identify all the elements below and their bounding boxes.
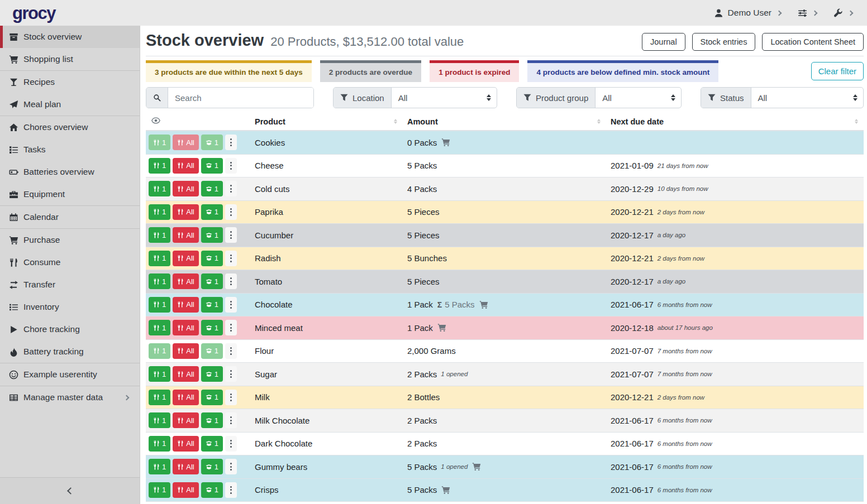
filter-chip-expired[interactable]: 1 product is expired (430, 60, 519, 82)
consume-all-button[interactable]: All (173, 436, 198, 452)
row-menu-button[interactable] (225, 181, 237, 196)
admin-menu[interactable] (833, 8, 852, 18)
consume-all-button[interactable]: All (173, 273, 198, 289)
open-one-button[interactable]: 1 (201, 158, 223, 174)
row-menu-button[interactable] (225, 436, 237, 452)
open-one-button[interactable]: 1 (201, 436, 223, 452)
row-menu-button[interactable] (225, 412, 237, 428)
search-input[interactable] (168, 88, 313, 108)
row-menu-button[interactable] (225, 297, 237, 313)
consume-one-button[interactable]: 1 (149, 343, 170, 359)
column-header-amount[interactable]: Amount (403, 113, 606, 130)
open-one-button[interactable]: 1 (201, 181, 223, 196)
sidebar-item-recipes[interactable]: Recipes (0, 71, 140, 93)
sidebar-item-battery-tracking[interactable]: Battery tracking (0, 340, 140, 363)
eye-column-header[interactable] (146, 116, 250, 127)
row-menu-button[interactable] (225, 227, 237, 243)
row-menu-button[interactable] (225, 459, 237, 474)
sidebar-item-example-userentity[interactable]: Example userentity (0, 363, 140, 386)
filter-chip-belowmin[interactable]: 4 products are below defined min. stock … (527, 60, 718, 82)
location-content-sheet-button[interactable]: Location Content Sheet (762, 33, 864, 51)
open-one-button[interactable]: 1 (201, 482, 223, 498)
user-menu[interactable]: Demo User (714, 8, 781, 18)
filter-chip-overdue[interactable]: 2 products are overdue (320, 60, 421, 82)
consume-all-button[interactable]: All (173, 320, 198, 335)
open-one-button[interactable]: 1 (201, 273, 223, 289)
consume-all-button[interactable]: All (173, 227, 198, 243)
consume-all-button[interactable]: All (173, 251, 198, 266)
consume-one-button[interactable]: 1 (149, 366, 170, 382)
location-select[interactable]: All (392, 88, 497, 108)
open-one-button[interactable]: 1 (201, 227, 223, 243)
row-menu-button[interactable] (225, 273, 237, 289)
open-one-button[interactable]: 1 (201, 459, 223, 474)
consume-one-button[interactable]: 1 (149, 390, 170, 405)
open-one-button[interactable]: 1 (201, 320, 223, 335)
open-one-button[interactable]: 1 (201, 204, 223, 220)
consume-one-button[interactable]: 1 (149, 297, 170, 313)
consume-all-button[interactable]: All (173, 297, 198, 313)
open-one-button[interactable]: 1 (201, 135, 223, 150)
consume-all-button[interactable]: All (173, 181, 198, 196)
consume-one-button[interactable]: 1 (149, 251, 170, 266)
filter-chip-due[interactable]: 3 products are due within the next 5 day… (146, 60, 312, 82)
row-menu-button[interactable] (225, 251, 237, 266)
sidebar-item-batteries-overview[interactable]: Batteries overview (0, 161, 140, 183)
row-menu-button[interactable] (225, 343, 237, 359)
open-one-button[interactable]: 1 (201, 366, 223, 382)
consume-all-button[interactable]: All (173, 204, 198, 220)
row-menu-button[interactable] (225, 390, 237, 405)
sidebar-collapse-button[interactable] (0, 477, 140, 504)
consume-all-button[interactable]: All (173, 459, 198, 474)
sidebar-item-transfer[interactable]: Transfer (0, 273, 140, 296)
sidebar-item-chore-tracking[interactable]: Chore tracking (0, 318, 140, 340)
row-menu-button[interactable] (225, 158, 237, 174)
settings-menu[interactable] (798, 8, 817, 18)
consume-one-button[interactable]: 1 (149, 204, 170, 220)
clear-filter-button[interactable]: Clear filter (811, 62, 864, 80)
sidebar-item-equipment[interactable]: Equipment (0, 183, 140, 205)
open-one-button[interactable]: 1 (201, 251, 223, 266)
consume-one-button[interactable]: 1 (149, 482, 170, 498)
consume-one-button[interactable]: 1 (149, 273, 170, 289)
status-select[interactable]: All (751, 88, 863, 108)
row-menu-button[interactable] (225, 135, 237, 150)
consume-one-button[interactable]: 1 (149, 459, 170, 474)
column-header-product[interactable]: Product (250, 113, 403, 130)
stock-entries-button[interactable]: Stock entries (692, 33, 756, 51)
sidebar-item-stock-overview[interactable]: Stock overview (0, 26, 140, 48)
row-menu-button[interactable] (225, 320, 237, 335)
consume-one-button[interactable]: 1 (149, 181, 170, 196)
consume-all-button[interactable]: All (173, 482, 198, 498)
sidebar-item-tasks[interactable]: Tasks (0, 138, 140, 161)
sidebar-item-inventory[interactable]: Inventory (0, 296, 140, 318)
sidebar-item-meal-plan[interactable]: Meal plan (0, 93, 140, 116)
journal-button[interactable]: Journal (642, 33, 685, 51)
open-one-button[interactable]: 1 (201, 297, 223, 313)
sidebar-item-calendar[interactable]: Calendar (0, 206, 140, 228)
consume-one-button[interactable]: 1 (149, 227, 170, 243)
open-one-button[interactable]: 1 (201, 412, 223, 428)
consume-one-button[interactable]: 1 (149, 436, 170, 452)
open-one-button[interactable]: 1 (201, 390, 223, 405)
column-header-next-due-date[interactable]: Next due date (606, 113, 864, 130)
consume-all-button[interactable]: All (173, 412, 198, 428)
consume-one-button[interactable]: 1 (149, 158, 170, 174)
sidebar-item-purchase[interactable]: Purchase (0, 229, 140, 251)
sidebar-item-chores-overview[interactable]: Chores overview (0, 116, 140, 138)
row-menu-button[interactable] (225, 482, 237, 498)
sidebar-item-manage-master-data[interactable]: Manage master data (0, 386, 140, 409)
product-group-select[interactable]: All (596, 88, 681, 108)
open-one-button[interactable]: 1 (201, 343, 223, 359)
consume-one-button[interactable]: 1 (149, 412, 170, 428)
sidebar-item-consume[interactable]: Consume (0, 251, 140, 273)
sidebar-item-shopping-list[interactable]: Shopping list (0, 48, 140, 70)
consume-all-button[interactable]: All (173, 343, 198, 359)
consume-all-button[interactable]: All (173, 390, 198, 405)
consume-one-button[interactable]: 1 (149, 135, 170, 150)
row-menu-button[interactable] (225, 366, 237, 382)
row-menu-button[interactable] (225, 204, 237, 220)
consume-all-button[interactable]: All (173, 135, 198, 150)
consume-all-button[interactable]: All (173, 366, 198, 382)
consume-all-button[interactable]: All (173, 158, 198, 174)
